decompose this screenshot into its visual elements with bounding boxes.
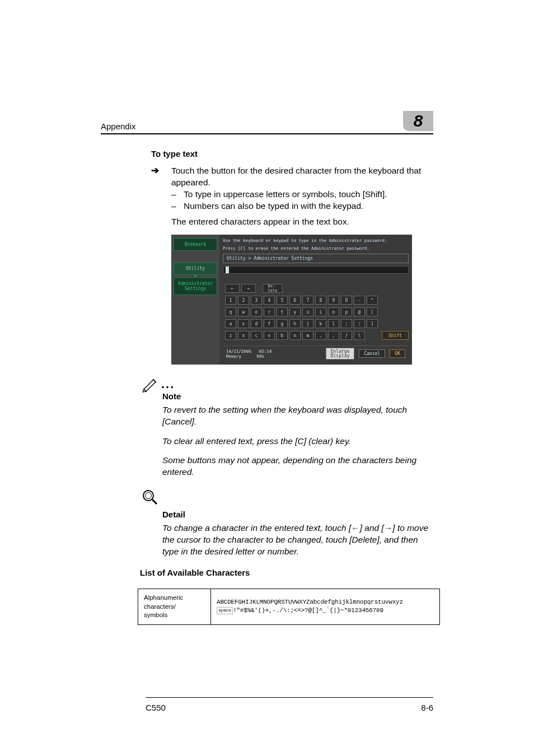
arrow-right-glyph: → [384,523,393,533]
key-;[interactable]: ; [341,319,352,328]
key-0[interactable]: 0 [341,296,352,305]
key-c[interactable]: c [251,331,262,340]
key-9[interactable]: 9 [328,296,339,305]
key-5[interactable]: 5 [277,296,288,305]
key-,[interactable]: , [315,331,326,340]
note-heading: Note [151,391,433,401]
key-g[interactable]: g [277,319,288,328]
arrow-left-glyph: ← [351,523,360,533]
dash-icon: – [171,200,178,212]
step-1: ➔ Touch the button for the desired chara… [151,165,433,212]
ok-button[interactable]: OK [390,349,405,358]
key-[[interactable]: [ [367,307,378,316]
key-][interactable]: ] [367,319,378,328]
section-title: To type text [151,149,433,158]
key-x[interactable]: x [238,331,249,340]
result-text: The entered characters appear in the tex… [151,217,433,227]
detail-paragraph: To change a character in the entered tex… [151,522,433,558]
cursor-right-button[interactable]: → [241,284,256,293]
list-heading: List of Available Characters [140,568,433,577]
footer-page: 8-6 [421,703,433,712]
key-b[interactable]: b [277,331,288,340]
key-l[interactable]: l [328,319,339,328]
key-4[interactable]: 4 [264,296,275,305]
key-i[interactable]: i [315,307,326,316]
key-d[interactable]: d [251,319,262,328]
shift-button[interactable]: Shift [382,331,409,340]
key-t[interactable]: t [277,307,288,316]
svg-point-1 [146,493,152,499]
footer-date: 14/11/2006 02:14Memory 99% [226,349,271,359]
key-3[interactable]: 3 [251,296,262,305]
key-y[interactable]: y [289,307,301,316]
hint-line-1: Use the keyboard or keypad to type in th… [223,238,409,243]
delete-button[interactable]: De- lete [263,284,283,293]
breadcrumb: Utility > Administrator Settings [223,254,409,263]
key-@[interactable]: @ [354,307,365,316]
key-a[interactable]: a [225,319,236,328]
key-n[interactable]: n [289,331,301,340]
key-r[interactable]: r [264,307,275,316]
footer-model: C550 [146,703,166,712]
key-w[interactable]: w [238,307,249,316]
note-p1: To revert to the setting when the keyboa… [151,404,433,428]
key-o[interactable]: o [328,307,339,316]
note-p2: To clear all entered text, press the [C]… [151,436,433,447]
char-line-2: !"#$%&'()+,-./\:;<=>?@[]^_`{|}~*01234567… [233,607,383,614]
key-:[interactable]: : [354,319,365,328]
key--[interactable]: - [354,296,365,305]
text-cursor [226,267,229,273]
key-f[interactable]: f [264,319,275,328]
key-v[interactable]: v [264,331,275,340]
key-m[interactable]: m [302,331,313,340]
step-text: Touch the button for the desired charact… [171,165,433,189]
pen-icon [142,377,159,391]
dash-icon: – [171,189,178,200]
key-8[interactable]: 8 [315,296,326,305]
note-p3: Some buttons may not appear, depending o… [151,455,433,478]
magnifier-icon [141,498,159,508]
ellipsis-icon: ... [159,377,175,391]
key-2[interactable]: 2 [238,296,249,305]
chapter-number: 8 [414,111,423,130]
key-k[interactable]: k [315,319,326,328]
space-chip: space [217,607,233,614]
table-row: Alphanumeric characters/ symbols ABCDEFG… [138,589,440,625]
key-h[interactable]: h [289,319,301,328]
key-e[interactable]: e [251,307,262,316]
running-header: Appendix [101,122,136,131]
footer-rule [146,697,433,698]
tab-admin-settings[interactable]: Administrator Settings [174,277,217,295]
key-j[interactable]: j [302,319,313,328]
enlarge-button[interactable]: Enlarge Display [326,348,355,359]
key-1[interactable]: 1 [225,296,236,305]
key-s[interactable]: s [238,319,249,328]
password-input[interactable] [223,266,409,274]
svg-line-2 [152,500,157,504]
substep-1: To type in uppercase letters or symbols,… [184,189,387,200]
key-\[interactable]: \ [354,331,365,340]
chapter-tab: 8 [403,111,433,131]
detail-heading: Detail [151,510,433,519]
key-z[interactable]: z [225,331,236,340]
cursor-left-button[interactable]: ← [225,284,240,293]
char-line-1: ABCDEFGHIJKLMNOPQRSTUVWXYZabcdefghijklmn… [217,599,403,605]
key-6[interactable]: 6 [289,296,301,305]
cancel-button[interactable]: Cancel [359,349,385,358]
key-u[interactable]: u [302,307,313,316]
device-screenshot: Bookmark Utility ▾ Administrator Setting… [171,235,412,365]
tab-bookmark[interactable]: Bookmark [174,238,217,251]
key-.[interactable]: . [328,331,339,340]
svg-point-0 [143,491,153,501]
key-^[interactable]: ^ [367,296,378,305]
key-p[interactable]: p [341,307,352,316]
arrow-bullet-icon: ➔ [151,165,161,212]
key-7[interactable]: 7 [302,296,313,305]
characters-table: Alphanumeric characters/ symbols ABCDEFG… [138,589,440,625]
substep-2: Numbers can also be typed in with the ke… [184,200,363,212]
key-/[interactable]: / [341,331,352,340]
hint-line-2: Press [C] to erase the entered the Admin… [223,246,409,251]
key-q[interactable]: q [225,307,236,316]
